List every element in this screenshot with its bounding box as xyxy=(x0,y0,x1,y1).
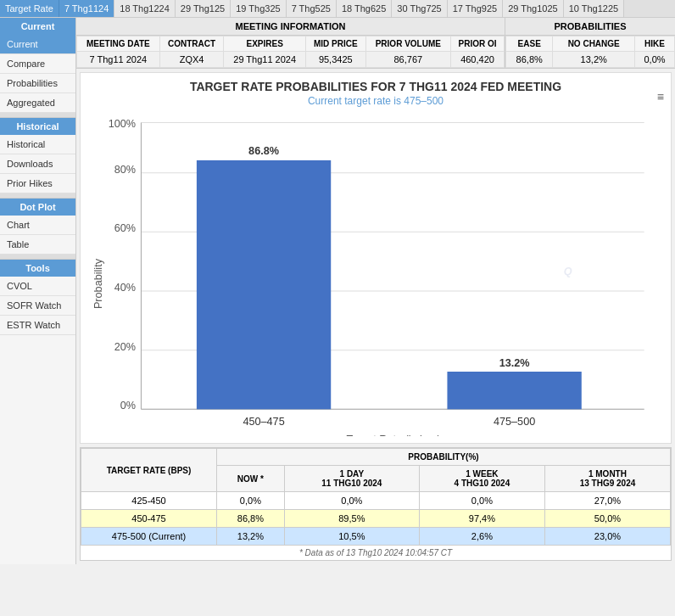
svg-text:13.2%: 13.2% xyxy=(499,357,530,369)
ease-value: 86,8% xyxy=(506,52,553,68)
tab-30thg725[interactable]: 30 Thg725 xyxy=(392,0,447,17)
tab-19thg325[interactable]: 19 Thg325 xyxy=(231,0,286,17)
bottom-subcol-1week: 1 WEEK4 THG10 2024 xyxy=(419,466,544,492)
prior-oi-value: 460,420 xyxy=(451,52,505,68)
meeting-info-row: 7 Thg11 2024 ZQX4 29 Thg11 2024 95,3425 … xyxy=(77,52,505,68)
meeting-info-block: MEETING INFORMATION MEETING DATE CONTRAC… xyxy=(76,18,675,69)
tab-17thg925[interactable]: 17 Thg925 xyxy=(448,0,503,17)
svg-text:100%: 100% xyxy=(109,118,136,130)
tab-7thg525[interactable]: 7 Thg525 xyxy=(287,0,337,17)
probabilities-header: PROBABILITIES xyxy=(505,18,675,36)
contract-value: ZQX4 xyxy=(159,52,224,68)
bottom-row-450-475: 450-475 86,8% 89,5% 97,4% 50,0% xyxy=(81,510,671,528)
sidebar-header-dotplot: Dot Plot xyxy=(0,199,75,216)
sidebar-header-tools: Tools xyxy=(0,260,75,277)
bottom-subcol-1day: 1 DAY11 THG10 2024 xyxy=(284,466,419,492)
x-label-475-500: 475–500 xyxy=(494,416,535,428)
sidebar-header-current: Current xyxy=(0,18,75,35)
no-change-value: 13,2% xyxy=(553,52,635,68)
chart-svg: Probability 0% 20% 40% 60% 80% 100% xyxy=(87,114,664,436)
sidebar-item-sofr-watch[interactable]: SOFR Watch xyxy=(0,296,75,316)
svg-text:20%: 20% xyxy=(114,341,136,353)
tab-18thg625[interactable]: 18 Thg625 xyxy=(337,0,392,17)
col-no-change: NO CHANGE xyxy=(553,36,635,52)
sidebar-item-historical[interactable]: Historical xyxy=(0,135,75,154)
meeting-info-header: MEETING INFORMATION xyxy=(76,18,505,36)
tab-10thg1225[interactable]: 10 Thg1225 xyxy=(564,0,625,17)
col-mid-price: MID PRICE xyxy=(305,36,365,52)
sidebar-item-compare[interactable]: Compare xyxy=(0,54,75,74)
bottom-probability-table: TARGET RATE (BPS) PROBABILITY(%) NOW * 1… xyxy=(81,448,671,546)
bottom-table-container: TARGET RATE (BPS) PROBABILITY(%) NOW * 1… xyxy=(80,447,672,561)
x-label-450-475: 450–475 xyxy=(243,416,284,428)
svg-text:0%: 0% xyxy=(120,400,136,412)
1day-425-450: 0,0% xyxy=(284,492,419,510)
tab-29thg125[interactable]: 29 Thg125 xyxy=(176,0,231,17)
sidebar-item-aggregated[interactable]: Aggregated xyxy=(0,93,75,113)
svg-text:80%: 80% xyxy=(114,164,136,176)
bottom-col-target-rate: TARGET RATE (BPS) xyxy=(81,449,217,492)
bottom-col-probability: PROBABILITY(%) xyxy=(217,449,671,466)
sidebar-item-estr-watch[interactable]: ESTR Watch xyxy=(0,316,75,335)
hike-value: 0,0% xyxy=(635,52,675,68)
watermark: Q xyxy=(564,266,572,277)
chart-title: TARGET RATE PROBABILITIES FOR 7 THG11 20… xyxy=(87,80,664,93)
1week-425-450: 0,0% xyxy=(419,492,544,510)
menu-icon[interactable]: ≡ xyxy=(657,90,664,104)
x-axis-label: Target Rate (in bps) xyxy=(347,434,441,436)
sidebar-item-table[interactable]: Table xyxy=(0,235,75,255)
sidebar-item-chart[interactable]: Chart xyxy=(0,216,75,235)
tab-18thg1224[interactable]: 18 Thg1224 xyxy=(114,0,176,17)
mid-price-value: 95,3425 xyxy=(305,52,365,68)
bottom-subcol-1month: 1 MONTH13 THG9 2024 xyxy=(544,466,670,492)
target-425-450: 425-450 xyxy=(81,492,217,510)
now-475-500: 13,2% xyxy=(217,528,285,546)
bar-450-475 xyxy=(197,160,331,409)
sidebar-item-probabilities[interactable]: Probabilities xyxy=(0,74,75,93)
top-tabs-bar: Target Rate 7 Thg1124 18 Thg1224 29 Thg1… xyxy=(0,0,675,18)
meeting-info-table: MEETING DATE CONTRACT EXPIRES MID PRICE … xyxy=(76,36,505,68)
col-ease: EASE xyxy=(506,36,553,52)
probabilities-row: 86,8% 13,2% 0,0% xyxy=(506,52,675,68)
col-meeting-date: MEETING DATE xyxy=(77,36,160,52)
chart-area: Probability 0% 20% 40% 60% 80% 100% xyxy=(87,114,664,436)
1week-450-475: 97,4% xyxy=(419,510,544,528)
1day-475-500: 10,5% xyxy=(284,528,419,546)
now-425-450: 0,0% xyxy=(217,492,285,510)
chart-subtitle: Current target rate is 475–500 xyxy=(87,95,664,107)
bottom-row-475-500: 475-500 (Current) 13,2% 10,5% 2,6% 23,0% xyxy=(81,528,671,546)
sidebar-item-downloads[interactable]: Downloads xyxy=(0,154,75,174)
bar-475-500 xyxy=(447,372,581,409)
1month-475-500: 23,0% xyxy=(544,528,670,546)
tab-29thg1025[interactable]: 29 Thg1025 xyxy=(503,0,564,17)
sidebar-section-dotplot: Dot Plot Chart Table xyxy=(0,199,75,255)
tab-7thg1124[interactable]: 7 Thg1124 xyxy=(59,0,114,17)
probabilities-table: EASE NO CHANGE HIKE 86,8% 13,2% 0,0% xyxy=(505,36,675,68)
svg-text:60%: 60% xyxy=(114,222,136,234)
sidebar-section-tools: Tools CVOL SOFR Watch ESTR Watch xyxy=(0,260,75,335)
sidebar: Current Current Compare Probabilities Ag… xyxy=(0,18,76,564)
now-450-475: 86,8% xyxy=(217,510,285,528)
bottom-subcol-now: NOW * xyxy=(217,466,285,492)
col-prior-volume: PRIOR VOLUME xyxy=(365,36,450,52)
meeting-info: MEETING INFORMATION MEETING DATE CONTRAC… xyxy=(76,18,505,68)
1week-475-500: 2,6% xyxy=(419,528,544,546)
content-area: MEETING INFORMATION MEETING DATE CONTRAC… xyxy=(76,18,675,564)
1month-425-450: 27,0% xyxy=(544,492,670,510)
sidebar-item-prior-hikes[interactable]: Prior Hikes xyxy=(0,174,75,193)
col-prior-oi: PRIOR OI xyxy=(451,36,505,52)
sidebar-header-historical: Historical xyxy=(0,118,75,135)
prior-volume-value: 86,767 xyxy=(365,52,450,68)
sidebar-section-current: Current Current Compare Probabilities Ag… xyxy=(0,18,75,113)
chart-container: TARGET RATE PROBABILITIES FOR 7 THG11 20… xyxy=(80,72,672,444)
probabilities-block: PROBABILITIES EASE NO CHANGE HIKE 86,8% … xyxy=(505,18,675,68)
bottom-row-425-450: 425-450 0,0% 0,0% 0,0% 27,0% xyxy=(81,492,671,510)
sidebar-section-historical: Historical Historical Downloads Prior Hi… xyxy=(0,118,75,193)
sidebar-item-cvol[interactable]: CVOL xyxy=(0,277,75,296)
sidebar-item-current[interactable]: Current xyxy=(0,35,75,54)
target-rate-label: Target Rate xyxy=(0,0,59,17)
meeting-date-value: 7 Thg11 2024 xyxy=(77,52,160,68)
1month-450-475: 50,0% xyxy=(544,510,670,528)
target-475-500: 475-500 (Current) xyxy=(81,528,217,546)
footnote: * Data as of 13 Thg10 2024 10:04:57 CT xyxy=(81,546,671,560)
